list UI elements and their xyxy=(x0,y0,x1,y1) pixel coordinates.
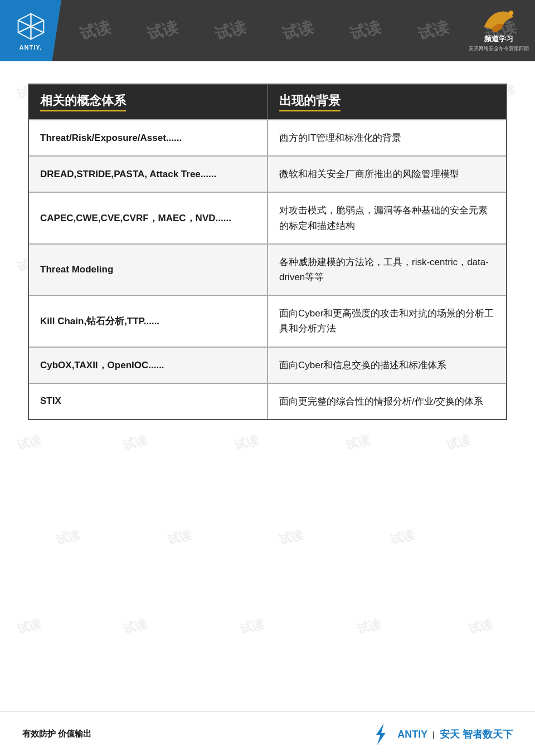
table-cell-left-6: STIX xyxy=(29,384,268,419)
table-cell-right-5: 面向Cyber和信息交换的描述和标准体系 xyxy=(268,348,506,383)
table-cell-right-6: 面向更完整的综合性的情报分析/作业/交换的体系 xyxy=(268,384,506,419)
logo-text: ANTIY. xyxy=(20,44,42,51)
top-right-sub-text: 安天网络安全冬令营第四期 xyxy=(469,45,529,52)
svg-point-4 xyxy=(509,11,514,16)
bwm-34: 试读 xyxy=(355,616,383,638)
watermark-6: 试读 xyxy=(416,16,451,45)
watermark-4: 试读 xyxy=(280,16,316,45)
table-cell-left-0: Threat/Risk/Exposure/Asset...... xyxy=(29,120,268,155)
header: ANTIY. 试读 试读 试读 试读 试读 试读 试读 频道学习 安天网络安全冬… xyxy=(0,0,535,61)
antiy-logo-icon xyxy=(16,11,46,42)
footer-tagline: 有效防护 价值输出 xyxy=(22,729,91,739)
col1-header: 相关的概念体系 xyxy=(29,85,268,119)
top-right-brand: 频道学习 安天网络安全冬令营第四期 xyxy=(468,4,529,55)
table-cell-right-2: 对攻击模式，脆弱点，漏洞等各种基础的安全元素的标定和描述结构 xyxy=(268,193,506,243)
header-watermarks: 试读 试读 试读 试读 试读 试读 试读 xyxy=(61,0,535,61)
table-cell-left-3: Threat Modeling xyxy=(29,245,268,295)
table-row: STIX面向更完整的综合性的情报分析/作业/交换的体系 xyxy=(29,383,506,419)
bwm-31: 试读 xyxy=(15,616,43,638)
col2-header-text: 出现的背景 xyxy=(279,92,341,111)
table-row: Threat/Risk/Exposure/Asset......西方的IT管理和… xyxy=(29,119,506,155)
footer-antiy-label: ANTIY xyxy=(397,729,427,740)
table-row: DREAD,STRIDE,PASTA, Attack Tree......微软和… xyxy=(29,155,506,192)
bwm-33: 试读 xyxy=(238,616,266,638)
bwm-29: 试读 xyxy=(277,526,305,549)
main-table: 相关的概念体系 出现的背景 Threat/Risk/Exposure/Asset… xyxy=(28,84,507,420)
col1-header-text: 相关的概念体系 xyxy=(40,92,126,111)
table-cell-right-3: 各种威胁建模的方法论，工具，risk-centric，data-driven等等 xyxy=(268,245,506,295)
table-cell-right-1: 微软和相关安全厂商所推出的风险管理模型 xyxy=(268,157,506,192)
table-cell-left-2: CAPEC,CWE,CVE,CVRF，MAEC，NVD...... xyxy=(29,193,268,243)
main-content: 相关的概念体系 出现的背景 Threat/Risk/Exposure/Asset… xyxy=(0,61,535,437)
footer-brand-area: ANTIY | 安天 智者数天下 xyxy=(368,721,513,747)
footer-brand-main: 安天 xyxy=(440,729,460,740)
bwm-30: 试读 xyxy=(388,526,416,549)
table-row: Threat Modeling各种威胁建模的方法论，工具，risk-centri… xyxy=(29,243,506,295)
table-body: Threat/Risk/Exposure/Asset......西方的IT管理和… xyxy=(29,119,506,419)
logo-box: ANTIY. xyxy=(0,0,61,61)
watermark-2: 试读 xyxy=(145,16,181,45)
watermark-1: 试读 xyxy=(77,16,113,45)
footer: 有效防护 价值输出 ANTIY | 安天 智者数天下 xyxy=(0,711,535,756)
table-header-row: 相关的概念体系 出现的背景 xyxy=(29,85,506,119)
watermark-3: 试读 xyxy=(213,16,249,45)
footer-brand-sub: 智者数天下 xyxy=(463,729,513,740)
table-row: Kill Chain,钻石分析,TTP......面向Cyber和更高强度的攻击… xyxy=(29,295,506,346)
bwm-27: 试读 xyxy=(54,526,82,549)
table-cell-right-4: 面向Cyber和更高强度的攻击和对抗的场景的分析工具和分析方法 xyxy=(268,296,506,346)
top-right-brand-text: 频道学习 xyxy=(484,35,513,44)
footer-brand-text: ANTIY | 安天 智者数天下 xyxy=(397,728,513,741)
svg-marker-5 xyxy=(376,724,386,745)
table-cell-right-0: 西方的IT管理和标准化的背景 xyxy=(268,120,506,155)
bwm-28: 试读 xyxy=(166,526,193,549)
col2-header: 出现的背景 xyxy=(268,85,506,119)
footer-logo-icon xyxy=(368,721,393,747)
table-row: CybOX,TAXII，OpenIOC......面向Cyber和信息交换的描述… xyxy=(29,347,506,383)
table-cell-left-4: Kill Chain,钻石分析,TTP...... xyxy=(29,296,268,346)
bwm-32: 试读 xyxy=(121,616,149,638)
table-cell-left-5: CybOX,TAXII，OpenIOC...... xyxy=(29,348,268,383)
bwm-35: 试读 xyxy=(466,616,494,638)
table-row: CAPEC,CWE,CVE,CVRF，MAEC，NVD......对攻击模式，脆… xyxy=(29,192,506,243)
top-right-logo-icon xyxy=(479,7,518,35)
watermark-5: 试读 xyxy=(348,16,383,45)
table-cell-left-1: DREAD,STRIDE,PASTA, Attack Tree...... xyxy=(29,157,268,192)
